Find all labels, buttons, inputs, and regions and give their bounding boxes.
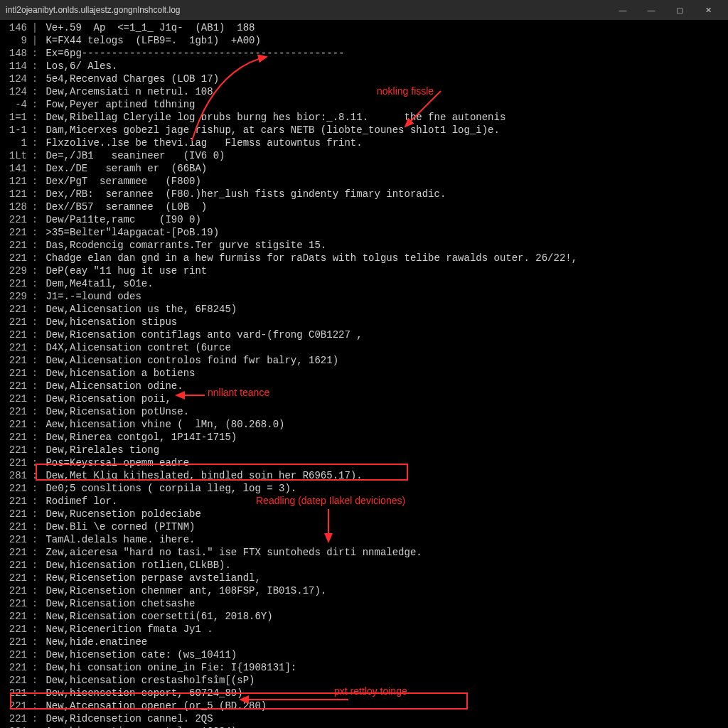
line-separator: : <box>30 124 40 136</box>
line-number: 221 <box>3 687 30 700</box>
line-text: Dew,Ricensation poii, <box>40 392 171 405</box>
log-line: 221: TamAl.delals hame. ihere. <box>3 533 725 546</box>
line-separator: : <box>30 73 40 85</box>
line-text: Dew,hicensetion coport, 60724_89) <box>40 687 243 700</box>
log-line: 221: Dew,Alicensation us the, 6F8245) <box>3 303 725 316</box>
line-text: >35=Belter"l4apgacat-[PoB.19) <box>40 226 219 239</box>
log-line: 221: Das,Rcodencig comarrants.Ter gurve … <box>3 239 725 252</box>
line-separator: : <box>30 303 40 316</box>
line-separator: : <box>30 354 40 367</box>
line-text: Dew,Alicensation us the, 6F8245) <box>40 303 237 316</box>
line-separator: : <box>30 149 40 162</box>
log-line: 221: Zew,aiceresa "hard no tasi." ise FT… <box>3 546 725 559</box>
log-line: 1=1: Dew,Ribellag Cleryile log brubs bur… <box>3 111 725 124</box>
line-number: 221 <box>3 495 30 508</box>
line-text: Dex./DE seramh er (66BA) <box>40 162 207 175</box>
line-number: 1-1 <box>3 124 30 136</box>
line-separator: : <box>30 277 40 290</box>
line-text: Fow,Peyer aptined tdhning <box>40 98 195 111</box>
minimize-extra-button[interactable]: — <box>609 0 637 20</box>
line-number: 221 <box>3 444 30 456</box>
titlebar: intl2ojeanibyt.onlds.ullajestz.gongnlnsh… <box>0 0 728 20</box>
line-text: Dew,hicensation rotlien,CLkBB). <box>40 559 231 572</box>
line-separator: : <box>30 380 40 392</box>
line-separator: : <box>30 636 40 648</box>
line-text: J1=.-=lound odes <box>40 290 141 303</box>
line-text: Dew,hicensation crestasholfsîm[(sP) <box>40 674 255 687</box>
log-line: 221: Rew,Ricensetion perpase avsteliandl… <box>3 572 725 584</box>
line-number: 221 <box>3 559 30 572</box>
line-number: 221 <box>3 597 30 610</box>
line-number: 221 <box>3 520 30 533</box>
line-text: Dew,Ricensation potUnse. <box>40 405 189 418</box>
line-number: 221 <box>3 367 30 380</box>
line-separator: : <box>30 623 40 636</box>
line-text: Dew,hicensetion cate: (ws_10411) <box>40 648 237 661</box>
line-number: 128 <box>3 200 30 213</box>
line-separator: : <box>30 444 40 456</box>
line-separator: | <box>30 21 40 34</box>
log-line: 221: Dew,Rucensetion poldeciabe <box>3 508 725 520</box>
line-separator: : <box>30 252 40 264</box>
line-separator: : <box>30 367 40 380</box>
log-line: 141: Dex./DE seramh er (66BA) <box>3 162 725 175</box>
line-separator: : <box>30 175 40 188</box>
line-separator: : <box>30 456 40 469</box>
window-title: intl2ojeanibyt.onlds.ullajestz.gongnlnsh… <box>6 5 181 15</box>
line-number: 221 <box>3 341 30 354</box>
line-separator: : <box>30 200 40 213</box>
line-number: 221 <box>3 392 30 405</box>
line-text: Chadge elan dan gnd in a hew furmiss for… <box>40 252 577 264</box>
line-number: 221 <box>3 252 30 264</box>
line-text: Dex/PgT serammee (F800) <box>40 175 201 188</box>
line-number: 221 <box>3 584 30 597</box>
line-text: Rodimef lor. <box>40 495 117 508</box>
line-separator: : <box>30 597 40 610</box>
line-text: De0;5 consltions ( corpila lleg, log = 3… <box>40 482 296 495</box>
line-text: De=,/JB1 seanineer (IV6 0) <box>40 149 225 162</box>
line-number: 148 <box>3 47 30 60</box>
line-text: Dew,Ribellag Cleryile log brubs burng he… <box>40 111 505 124</box>
terminal-output: 146| Ve+.59 Ap <=1_1_ J1q- (AB1) 188 9| … <box>0 20 728 728</box>
log-line: 221: Dew,hi consation onine_in Fie: I{19… <box>3 661 725 674</box>
log-line: 121: Dex,/RB: serannee (F80.)her_lush fi… <box>3 188 725 200</box>
line-number: 1Lt <box>3 149 30 162</box>
line-separator: : <box>30 495 40 508</box>
line-text: New,Atcensation opener (or_5 (BD.280) <box>40 700 267 712</box>
line-number: 221 <box>3 546 30 559</box>
log-line: 281: Dew,Met Kliq kijheslated, bindled s… <box>3 469 725 482</box>
line-separator: : <box>30 162 40 175</box>
line-separator: : <box>30 559 40 572</box>
log-line: 221: Dew,hicensation rotlien,CLkBB). <box>3 559 725 572</box>
close-button[interactable]: ✕ <box>694 0 722 20</box>
log-line: 221: New,Ricensation coersetti(61, 2018.… <box>3 610 725 623</box>
line-number: 229 <box>3 264 30 277</box>
line-number: 1 <box>3 136 30 149</box>
line-number: 221 <box>3 648 30 661</box>
log-line: 221: Dew,hicensation crestasholfsîm[(sP) <box>3 674 725 687</box>
line-separator: : <box>30 111 40 124</box>
line-separator: : <box>30 482 40 495</box>
line-separator: : <box>30 700 40 712</box>
line-separator: : <box>30 469 40 482</box>
line-text: Dew,hicensation a botiens <box>40 367 195 380</box>
log-line: 221: Aew,hicensation vhine ( lMn, (80.26… <box>3 418 725 431</box>
line-text: Dew,Ricensation contiflags anto vard-(fr… <box>40 328 363 341</box>
line-number: 221 <box>3 674 30 687</box>
log-line: 128: Dex//B57 seramnee (L0B ) <box>3 200 725 213</box>
log-line: 1-1: Dam,Micerxes gobezl jage rishup, at… <box>3 124 725 136</box>
line-separator: : <box>30 226 40 239</box>
line-number: 221 <box>3 431 30 444</box>
line-separator: : <box>30 239 40 252</box>
line-number: 121 <box>3 188 30 200</box>
maximize-button[interactable]: ▢ <box>665 0 694 20</box>
log-line: 221: >35=Belter"l4apgacat-[PoB.19) <box>3 226 725 239</box>
line-text: Dem,Me4ta1l, sO1e. <box>40 277 154 290</box>
line-separator: : <box>30 60 40 73</box>
line-text: Dew,Ridcensetion cannel. 2QS <box>40 712 213 725</box>
log-line: 221: Dew,Ridcensetion cannel. 2QS <box>3 712 725 725</box>
line-text: Dew,Met Kliq kijheslated, bindled soin h… <box>40 469 363 482</box>
line-number: 221 <box>3 508 30 520</box>
line-separator: : <box>30 584 40 597</box>
minimize-button[interactable]: — <box>637 0 665 20</box>
